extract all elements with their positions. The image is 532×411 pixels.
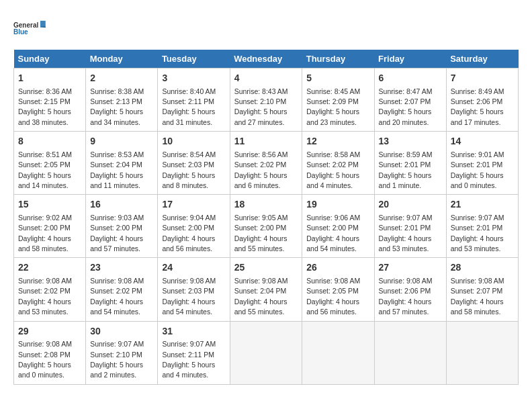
day-detail: Sunrise: 9:03 AMSunset: 2:00 PMDaylight:…	[90, 214, 144, 253]
day-detail: Sunrise: 9:07 AMSunset: 2:11 PMDaylight:…	[162, 340, 216, 379]
day-number: 7	[451, 72, 514, 85]
day-detail: Sunrise: 8:38 AMSunset: 2:13 PMDaylight:…	[90, 87, 144, 126]
day-detail: Sunrise: 9:08 AMSunset: 2:02 PMDaylight:…	[90, 277, 144, 316]
day-number: 27	[379, 261, 442, 275]
day-number: 30	[90, 325, 153, 338]
day-number: 21	[451, 198, 514, 212]
calendar-cell: 7 Sunrise: 8:49 AMSunset: 2:06 PMDayligh…	[446, 68, 518, 132]
calendar-cell: 18 Sunrise: 9:05 AMSunset: 2:00 PMDaylig…	[230, 195, 302, 258]
day-number: 15	[18, 198, 81, 212]
day-detail: Sunrise: 8:59 AMSunset: 2:01 PMDaylight:…	[379, 150, 433, 189]
day-detail: Sunrise: 9:08 AMSunset: 2:05 PMDaylight:…	[306, 277, 360, 316]
calendar-cell: 11 Sunrise: 8:56 AMSunset: 2:02 PMDaylig…	[230, 132, 302, 195]
calendar-cell	[374, 321, 446, 384]
calendar-cell: 17 Sunrise: 9:04 AMSunset: 2:00 PMDaylig…	[158, 195, 230, 258]
day-detail: Sunrise: 8:53 AMSunset: 2:04 PMDaylight:…	[90, 150, 144, 189]
logo: General Blue	[13, 13, 47, 43]
day-detail: Sunrise: 8:47 AMSunset: 2:07 PMDaylight:…	[379, 87, 433, 126]
calendar-cell: 30 Sunrise: 9:07 AMSunset: 2:10 PMDaylig…	[86, 321, 158, 384]
day-number: 9	[90, 135, 153, 148]
day-number: 28	[451, 261, 514, 275]
calendar-cell: 3 Sunrise: 8:40 AMSunset: 2:11 PMDayligh…	[158, 68, 230, 132]
day-number: 17	[162, 198, 225, 212]
day-detail: Sunrise: 8:49 AMSunset: 2:06 PMDaylight:…	[451, 87, 504, 126]
calendar-cell: 5 Sunrise: 8:45 AMSunset: 2:09 PMDayligh…	[302, 68, 374, 132]
calendar-cell: 16 Sunrise: 9:03 AMSunset: 2:00 PMDaylig…	[86, 195, 158, 258]
calendar-cell: 19 Sunrise: 9:06 AMSunset: 2:00 PMDaylig…	[302, 195, 374, 258]
calendar-cell: 24 Sunrise: 9:08 AMSunset: 2:03 PMDaylig…	[158, 258, 230, 321]
day-number: 4	[234, 72, 298, 85]
day-detail: Sunrise: 9:04 AMSunset: 2:00 PMDaylight:…	[162, 214, 216, 253]
day-number: 25	[234, 261, 298, 275]
day-detail: Sunrise: 9:01 AMSunset: 2:01 PMDaylight:…	[451, 150, 504, 189]
calendar-table: SundayMondayTuesdayWednesdayThursdayFrid…	[13, 50, 519, 385]
svg-text:General: General	[13, 21, 38, 29]
day-number: 8	[18, 135, 81, 148]
col-header-friday: Friday	[374, 50, 446, 68]
day-number: 31	[162, 325, 225, 338]
day-number: 12	[306, 135, 369, 148]
day-detail: Sunrise: 9:08 AMSunset: 2:04 PMDaylight:…	[234, 277, 288, 316]
calendar-cell: 29 Sunrise: 9:08 AMSunset: 2:08 PMDaylig…	[14, 321, 86, 384]
day-detail: Sunrise: 9:05 AMSunset: 2:00 PMDaylight:…	[234, 214, 288, 253]
day-detail: Sunrise: 8:43 AMSunset: 2:10 PMDaylight:…	[234, 87, 288, 126]
calendar-cell	[230, 321, 302, 384]
calendar-cell: 6 Sunrise: 8:47 AMSunset: 2:07 PMDayligh…	[374, 68, 446, 132]
day-number: 11	[234, 135, 298, 148]
calendar-cell: 31 Sunrise: 9:07 AMSunset: 2:11 PMDaylig…	[158, 321, 230, 384]
calendar-cell: 27 Sunrise: 9:08 AMSunset: 2:06 PMDaylig…	[374, 258, 446, 321]
day-detail: Sunrise: 9:06 AMSunset: 2:00 PMDaylight:…	[306, 214, 360, 253]
day-detail: Sunrise: 8:54 AMSunset: 2:03 PMDaylight:…	[162, 150, 216, 189]
day-number: 29	[18, 325, 81, 338]
day-detail: Sunrise: 9:08 AMSunset: 2:07 PMDaylight:…	[451, 277, 504, 316]
day-number: 3	[162, 72, 225, 85]
day-detail: Sunrise: 9:08 AMSunset: 2:03 PMDaylight:…	[162, 277, 216, 316]
day-number: 13	[379, 135, 442, 148]
calendar-cell: 1 Sunrise: 8:36 AMSunset: 2:15 PMDayligh…	[14, 68, 86, 132]
col-header-monday: Monday	[86, 50, 158, 68]
day-number: 19	[306, 198, 369, 212]
day-number: 14	[451, 135, 514, 148]
calendar-cell	[446, 321, 518, 384]
day-detail: Sunrise: 8:45 AMSunset: 2:09 PMDaylight:…	[306, 87, 360, 126]
calendar-cell: 12 Sunrise: 8:58 AMSunset: 2:02 PMDaylig…	[302, 132, 374, 195]
svg-marker-2	[40, 21, 46, 28]
calendar-cell: 14 Sunrise: 9:01 AMSunset: 2:01 PMDaylig…	[446, 132, 518, 195]
col-header-wednesday: Wednesday	[230, 50, 302, 68]
calendar-cell: 20 Sunrise: 9:07 AMSunset: 2:01 PMDaylig…	[374, 195, 446, 258]
logo-svg: General Blue	[13, 13, 47, 43]
day-number: 6	[379, 72, 442, 85]
calendar-cell: 2 Sunrise: 8:38 AMSunset: 2:13 PMDayligh…	[86, 68, 158, 132]
calendar-cell: 8 Sunrise: 8:51 AMSunset: 2:05 PMDayligh…	[14, 132, 86, 195]
day-detail: Sunrise: 9:08 AMSunset: 2:08 PMDaylight:…	[18, 340, 72, 379]
col-header-tuesday: Tuesday	[158, 50, 230, 68]
day-detail: Sunrise: 9:07 AMSunset: 2:10 PMDaylight:…	[90, 340, 144, 379]
calendar-cell: 23 Sunrise: 9:08 AMSunset: 2:02 PMDaylig…	[86, 258, 158, 321]
day-number: 18	[234, 198, 298, 212]
calendar-cell: 10 Sunrise: 8:54 AMSunset: 2:03 PMDaylig…	[158, 132, 230, 195]
calendar-cell: 26 Sunrise: 9:08 AMSunset: 2:05 PMDaylig…	[302, 258, 374, 321]
calendar-cell: 25 Sunrise: 9:08 AMSunset: 2:04 PMDaylig…	[230, 258, 302, 321]
day-detail: Sunrise: 9:07 AMSunset: 2:01 PMDaylight:…	[451, 214, 504, 253]
day-number: 1	[18, 72, 81, 85]
day-detail: Sunrise: 9:02 AMSunset: 2:00 PMDaylight:…	[18, 214, 72, 253]
calendar-cell: 13 Sunrise: 8:59 AMSunset: 2:01 PMDaylig…	[374, 132, 446, 195]
day-detail: Sunrise: 9:07 AMSunset: 2:01 PMDaylight:…	[379, 214, 433, 253]
page-header: General Blue	[13, 13, 519, 43]
day-number: 23	[90, 261, 153, 275]
day-number: 5	[306, 72, 369, 85]
svg-text:Blue: Blue	[13, 28, 28, 36]
calendar-cell: 9 Sunrise: 8:53 AMSunset: 2:04 PMDayligh…	[86, 132, 158, 195]
calendar-cell	[302, 321, 374, 384]
day-number: 24	[162, 261, 225, 275]
calendar-cell: 15 Sunrise: 9:02 AMSunset: 2:00 PMDaylig…	[14, 195, 86, 258]
day-detail: Sunrise: 8:36 AMSunset: 2:15 PMDaylight:…	[18, 87, 72, 126]
day-detail: Sunrise: 9:08 AMSunset: 2:02 PMDaylight:…	[18, 277, 72, 316]
day-number: 20	[379, 198, 442, 212]
calendar-cell: 28 Sunrise: 9:08 AMSunset: 2:07 PMDaylig…	[446, 258, 518, 321]
col-header-saturday: Saturday	[446, 50, 518, 68]
col-header-thursday: Thursday	[302, 50, 374, 68]
day-detail: Sunrise: 9:08 AMSunset: 2:06 PMDaylight:…	[379, 277, 433, 316]
calendar-cell: 22 Sunrise: 9:08 AMSunset: 2:02 PMDaylig…	[14, 258, 86, 321]
day-detail: Sunrise: 8:40 AMSunset: 2:11 PMDaylight:…	[162, 87, 216, 126]
